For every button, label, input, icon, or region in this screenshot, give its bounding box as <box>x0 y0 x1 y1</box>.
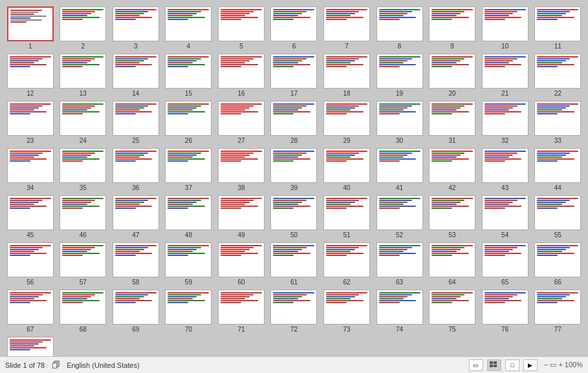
slide-item[interactable]: 62 <box>321 242 372 286</box>
slide-item[interactable]: 10 <box>480 6 530 50</box>
slide-thumbnail[interactable] <box>482 242 528 277</box>
slide-item[interactable]: 72 <box>269 290 320 333</box>
slide-item[interactable]: 33 <box>532 101 583 144</box>
slide-thumbnail[interactable] <box>7 290 54 325</box>
slide-item[interactable]: 1 <box>5 6 56 50</box>
slide-thumbnail[interactable] <box>323 242 370 277</box>
slide-thumbnail[interactable] <box>270 242 317 277</box>
slide-item[interactable]: 13 <box>58 54 109 97</box>
slide-item[interactable]: 9 <box>427 6 477 50</box>
slide-item[interactable]: 14 <box>111 54 161 97</box>
slide-item[interactable]: 52 <box>375 195 425 239</box>
slide-item[interactable]: 42 <box>427 148 477 191</box>
slide-thumbnail[interactable] <box>376 290 423 325</box>
slide-thumbnail[interactable] <box>113 242 159 277</box>
slide-thumbnail[interactable] <box>7 6 54 41</box>
slide-thumbnail[interactable] <box>323 290 370 325</box>
slide-thumbnail[interactable] <box>270 195 317 230</box>
slide-thumbnail[interactable] <box>534 54 581 89</box>
slide-thumbnail[interactable] <box>60 54 106 89</box>
slide-item[interactable]: 49 <box>216 195 267 239</box>
slide-item[interactable]: 22 <box>532 54 583 97</box>
slide-thumbnail[interactable] <box>7 242 54 277</box>
slide-thumbnail[interactable] <box>165 6 212 41</box>
slide-item[interactable]: 41 <box>375 148 425 191</box>
slide-thumbnail[interactable] <box>270 290 317 325</box>
slide-item[interactable]: 23 <box>5 101 56 144</box>
slide-item[interactable]: 78 <box>5 337 56 356</box>
slide-item[interactable]: 57 <box>58 242 109 286</box>
slide-item[interactable]: 26 <box>164 101 214 144</box>
slide-thumbnail[interactable] <box>323 54 370 89</box>
slide-thumbnail[interactable] <box>218 242 265 277</box>
slide-thumbnail[interactable] <box>113 101 159 136</box>
slide-thumbnail[interactable] <box>165 54 212 89</box>
slide-thumbnail[interactable] <box>482 54 528 89</box>
slide-item[interactable]: 64 <box>427 242 477 286</box>
slide-thumbnail[interactable] <box>60 242 106 277</box>
slide-item[interactable]: 2 <box>58 6 109 50</box>
slide-item[interactable]: 65 <box>480 242 530 286</box>
slide-item[interactable]: 25 <box>111 101 161 144</box>
slide-thumbnail[interactable] <box>323 6 370 41</box>
slide-item[interactable]: 71 <box>216 290 267 333</box>
slide-thumbnail[interactable] <box>429 290 475 325</box>
slide-item[interactable]: 67 <box>5 290 56 333</box>
slide-thumbnail[interactable] <box>218 148 265 183</box>
slide-item[interactable]: 39 <box>269 148 320 191</box>
slide-item[interactable]: 53 <box>427 195 477 239</box>
slide-thumbnail[interactable] <box>218 6 265 41</box>
view-normal-btn[interactable]: ▭ <box>469 359 483 371</box>
slide-item[interactable]: 44 <box>532 148 583 191</box>
slide-thumbnail[interactable] <box>323 148 370 183</box>
slide-thumbnail[interactable] <box>429 54 475 89</box>
slide-item[interactable]: 4 <box>164 6 214 50</box>
slide-thumbnail[interactable] <box>270 54 317 89</box>
slide-item[interactable]: 69 <box>111 290 161 333</box>
slide-thumbnail[interactable] <box>323 101 370 136</box>
slide-thumbnail[interactable] <box>429 195 475 230</box>
slide-item[interactable]: 68 <box>58 290 109 333</box>
slide-item[interactable]: 47 <box>111 195 161 239</box>
slide-thumbnail[interactable] <box>7 54 54 89</box>
slide-item[interactable]: 6 <box>269 6 320 50</box>
slide-item[interactable]: 50 <box>269 195 320 239</box>
slide-item[interactable]: 30 <box>375 101 425 144</box>
slide-item[interactable]: 21 <box>480 54 530 97</box>
slide-thumbnail[interactable] <box>7 337 54 356</box>
slide-item[interactable]: 77 <box>532 290 583 333</box>
slide-thumbnail[interactable] <box>534 290 581 325</box>
slide-item[interactable]: 76 <box>480 290 530 333</box>
slide-item[interactable]: 60 <box>216 242 267 286</box>
slide-thumbnail[interactable] <box>7 148 54 183</box>
slide-thumbnail[interactable] <box>376 54 423 89</box>
slide-thumbnail[interactable] <box>429 6 475 41</box>
slide-item[interactable]: 70 <box>164 290 214 333</box>
slide-thumbnail[interactable] <box>376 242 423 277</box>
slide-thumbnail[interactable] <box>376 6 423 41</box>
slide-thumbnail[interactable] <box>534 195 581 230</box>
view-slideshow-btn[interactable]: ▶ <box>523 359 538 371</box>
view-slide-sorter-btn[interactable] <box>487 359 501 371</box>
slide-thumbnail[interactable] <box>60 290 106 325</box>
slide-thumbnail[interactable] <box>482 195 528 230</box>
slide-thumbnail[interactable] <box>60 6 106 41</box>
slide-thumbnail[interactable] <box>165 290 212 325</box>
slide-thumbnail[interactable] <box>482 290 528 325</box>
slide-item[interactable]: 18 <box>321 54 372 97</box>
slide-thumbnail[interactable] <box>113 195 159 230</box>
slide-thumbnail[interactable] <box>165 148 212 183</box>
slide-thumbnail[interactable] <box>376 195 423 230</box>
slide-thumbnail[interactable] <box>113 148 159 183</box>
slide-thumbnail[interactable] <box>7 195 54 230</box>
slide-item[interactable]: 75 <box>427 290 477 333</box>
slide-item[interactable]: 7 <box>321 6 372 50</box>
slide-item[interactable]: 66 <box>532 242 583 286</box>
slide-item[interactable]: 24 <box>58 101 109 144</box>
slide-item[interactable]: 32 <box>480 101 530 144</box>
slide-item[interactable]: 73 <box>321 290 372 333</box>
slide-item[interactable]: 51 <box>321 195 372 239</box>
slide-thumbnail[interactable] <box>534 148 581 183</box>
slide-item[interactable]: 17 <box>269 54 320 97</box>
slide-thumbnail[interactable] <box>482 148 528 183</box>
